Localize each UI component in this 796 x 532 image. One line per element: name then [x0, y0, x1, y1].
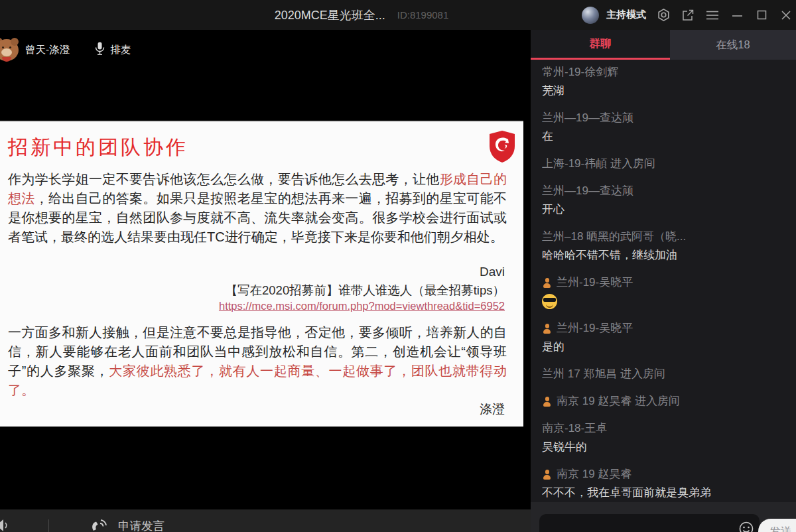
- speaker-name: 曾天-涤澄: [25, 43, 70, 57]
- message-header-row: 兰州–18 晒黑的武阿哥（晓...: [542, 228, 785, 246]
- message-header-row: 兰州-19-吴晓平: [542, 319, 785, 338]
- message-text: [542, 292, 785, 310]
- settings-gear-icon[interactable]: [656, 5, 671, 25]
- stage-video-area: 曾天-涤澄 排麦 招新中的团队协作 作为学长学姐一定不要告诉他该怎么怎么做，要告…: [0, 30, 531, 532]
- slide-author-davi: Davi: [480, 265, 505, 279]
- message-text: 开心: [542, 200, 785, 219]
- system-message-text: 上海-19-祎頔 进入房间: [542, 155, 655, 173]
- slide-reference-link: https://mce.msi.com/forum.php?mod=viewth…: [219, 300, 505, 312]
- apply-speak-label: 申请发言: [118, 516, 165, 532]
- speaker-bear-avatar[interactable]: [0, 38, 19, 62]
- message-header-row: 南京 19 赵昊睿: [542, 465, 785, 484]
- system-message: 上海-19-祎頔 进入房间: [542, 155, 785, 173]
- chat-message: 南京-18-王卓昊锐牛的: [542, 419, 785, 456]
- system-message: 南京 19 赵昊睿 进入房间: [542, 392, 785, 411]
- room-title-group: 2020MCE星光班全... ID:8199081: [275, 0, 449, 30]
- close-icon[interactable]: [779, 5, 793, 25]
- chat-message: 常州-19-徐剑辉芜湖: [542, 63, 785, 100]
- chat-message: 兰州-19-吴晓平是的: [542, 319, 785, 356]
- message-text: 是的: [542, 338, 785, 356]
- member-person-icon: [542, 278, 552, 288]
- slide-body-text: ，给出自己的答案。如果只是按照老星宝的想法再来一遍，招募到的星宝可能不是你想要的…: [8, 191, 507, 244]
- message-sender-name[interactable]: 兰州–18 晒黑的武阿哥（晓...: [542, 228, 686, 246]
- member-person-icon: [542, 324, 552, 334]
- message-text: 芜湖: [542, 82, 785, 100]
- chat-message: 兰州-19-吴晓平: [542, 273, 785, 310]
- message-header-row: 上海-19-祎頔 进入房间: [542, 155, 785, 173]
- message-sender-name[interactable]: 兰州-19-吴晓平: [557, 273, 633, 292]
- sunglasses-emoji: [542, 294, 557, 309]
- msi-dragon-shield-logo: [488, 130, 517, 163]
- room-title: 2020MCE星光班全...: [275, 7, 385, 23]
- popout-external-link-icon[interactable]: [681, 5, 695, 25]
- chat-message: 兰州–18 晒黑的武阿哥（晓...哈哈哈不错不错，继续加油: [542, 228, 785, 265]
- maximize-icon[interactable]: [754, 5, 769, 25]
- host-avatar[interactable]: [582, 7, 599, 24]
- message-header-row: 南京-18-王卓: [542, 419, 785, 438]
- tab-online-count[interactable]: 在线18: [670, 30, 796, 60]
- minimize-icon[interactable]: [730, 5, 744, 25]
- titlebar: 2020MCE星光班全... ID:8199081 主持模式: [0, 0, 796, 30]
- voice-room-window: 2020MCE星光班全... ID:8199081 主持模式: [0, 0, 796, 532]
- chat-tabs: 群聊 在线18: [531, 30, 796, 60]
- message-text: 昊锐牛的: [542, 438, 785, 456]
- message-sender-name[interactable]: 南京-18-王卓: [542, 419, 607, 438]
- message-text: 在: [542, 127, 785, 146]
- message-header-row: 兰州—19—查达颃: [542, 182, 785, 200]
- message-header-row: 兰州 17 郑旭昌 进入房间: [542, 365, 785, 383]
- message-text: 不不不，我在卓哥面前就是臭弟弟: [542, 484, 785, 502]
- message-sender-name[interactable]: 兰州—19—查达颃: [542, 182, 633, 200]
- message-sender-name[interactable]: 兰州-19-吴晓平: [557, 319, 633, 338]
- chat-input-row: 发送: [531, 502, 796, 532]
- chat-input[interactable]: [539, 514, 760, 532]
- member-person-icon: [542, 470, 552, 480]
- slide-paragraph-2: 一方面多和新人接触，但是注意不要总是指导他，否定他，要多倾听，培养新人的自信，新…: [8, 323, 507, 400]
- member-person-icon: [542, 397, 552, 407]
- system-message: 兰州 17 郑旭昌 进入房间: [542, 365, 785, 383]
- phone-waves-icon: [90, 517, 109, 532]
- system-message-text: 南京 19 赵昊睿 进入房间: [557, 392, 680, 411]
- message-header-row: 兰州-19-吴晓平: [542, 273, 785, 292]
- host-mode-label: 主持模式: [606, 9, 646, 21]
- emoji-picker-icon[interactable]: [738, 521, 754, 532]
- slide-paragraph-1: 作为学长学姐一定不要告诉他该怎么怎么做，要告诉他怎么去思考，让他形成自己的想法，…: [8, 170, 507, 247]
- slide-author-dicheng: 涤澄: [480, 401, 505, 418]
- room-id: ID:8199081: [397, 9, 449, 21]
- chat-panel: 群聊 在线18 常州-19-徐剑辉芜湖兰州—19—查达颃在上海-19-祎頔 进入…: [531, 30, 796, 532]
- chat-message: 兰州—19—查达颃开心: [542, 182, 785, 219]
- microphone-icon: [95, 42, 105, 58]
- queue-mic-control[interactable]: 排麦: [95, 42, 131, 58]
- current-speaker-row: 曾天-涤澄 排麦: [0, 35, 131, 64]
- speaker-volume-icon[interactable]: [0, 519, 9, 532]
- bottombar-divider: [48, 519, 49, 532]
- message-text: 哈哈哈不错不错，继续加油: [542, 246, 785, 265]
- send-button[interactable]: 发送: [758, 519, 796, 532]
- message-sender-name[interactable]: 常州-19-徐剑辉: [542, 63, 618, 82]
- apply-speak-button[interactable]: 申请发言: [90, 516, 165, 532]
- message-header-row: 南京 19 赵昊睿 进入房间: [542, 392, 785, 411]
- message-sender-name[interactable]: 兰州—19—查达颃: [542, 109, 633, 127]
- chat-message-list[interactable]: 常州-19-徐剑辉芜湖兰州—19—查达颃在上海-19-祎頔 进入房间兰州—19—…: [531, 60, 796, 502]
- chat-message: 兰州—19—查达颃在: [542, 109, 785, 146]
- queue-label: 排麦: [110, 43, 131, 57]
- titlebar-controls: 主持模式: [582, 0, 793, 30]
- message-sender-name[interactable]: 南京 19 赵昊睿: [557, 465, 631, 484]
- slide-reference-title: 【写在2020招募前】谁带人谁选人（最全招募tips）: [226, 282, 505, 299]
- slide-title: 招新中的团队协作: [8, 134, 188, 161]
- menu-hamburger-icon[interactable]: [705, 5, 720, 25]
- system-message-text: 兰州 17 郑旭昌 进入房间: [542, 365, 665, 383]
- message-header-row: 常州-19-徐剑辉: [542, 63, 785, 82]
- chat-message: 南京 19 赵昊睿不不不，我在卓哥面前就是臭弟弟: [542, 465, 785, 502]
- tab-group-chat[interactable]: 群聊: [531, 30, 670, 60]
- screen-share-slide: 招新中的团队协作 作为学长学姐一定不要告诉他该怎么怎么做，要告诉他怎么去思考，让…: [0, 121, 523, 427]
- slide-body-text: 作为学长学姐一定不要告诉他该怎么怎么做，要告诉他怎么去思考，让他: [8, 172, 440, 186]
- stage-bottom-bar: 申请发言: [0, 509, 531, 532]
- message-header-row: 兰州—19—查达颃: [542, 109, 785, 127]
